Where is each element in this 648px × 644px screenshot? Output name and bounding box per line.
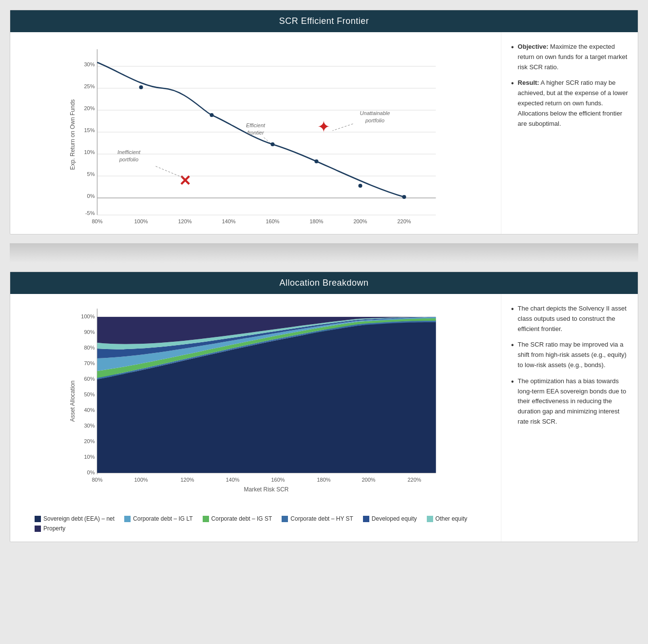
section2-chart-area: Asset Allocation 100% 90% 80% 70% 60% 50…: [10, 294, 501, 542]
curve-point-5: [359, 184, 362, 188]
section1-bullet-2-text: Result: A higher SCR ratio may be achiev…: [518, 78, 628, 129]
xtick-140: 140%: [222, 218, 235, 224]
ytick-25: 25%: [84, 83, 95, 89]
section2-bullet-2: The SCR ratio may be improved via a shif…: [511, 340, 628, 370]
alloc-ytick-90: 90%: [84, 329, 95, 335]
unattainable-arrow: [333, 124, 353, 131]
ytick-5: 5%: [87, 171, 95, 177]
alloc-xtick-100: 100%: [134, 477, 148, 483]
x-axis-label: Market Risk SCR: [244, 227, 288, 227]
ytick-10: 10%: [84, 149, 95, 155]
section1-bullet-1-bold: Objective:: [518, 43, 549, 50]
legend-corp-hyst-box: [282, 516, 288, 522]
legend-corp-igst: Corporate debt – IG ST: [203, 515, 272, 522]
xtick-80: 80%: [92, 218, 102, 224]
legend-sovereign: Sovereign debt (EEA) – net: [35, 515, 114, 522]
section1-chart-svg: Exp. Return on Own Funds 30% 25% 20% 15%…: [15, 42, 496, 227]
inefficient-label-line1: Inefficient: [117, 149, 141, 155]
curve-point-4: [315, 159, 319, 163]
legend-corp-hyst-label: Corporate debt – HY ST: [290, 515, 353, 522]
alloc-ytick-50: 50%: [84, 391, 95, 397]
legend-dev-equity: Developed equity: [363, 515, 417, 522]
legend-property: Property: [35, 525, 65, 532]
curve-point-1: [139, 85, 143, 89]
section2: Allocation Breakdown Asset Allocation 10…: [10, 272, 638, 542]
alloc-ytick-10: 10%: [84, 454, 95, 460]
section1-bullet-list: Objective: Maximize the expected return …: [511, 42, 628, 129]
legend-corp-iglt-label: Corporate debt – IG LT: [133, 515, 193, 522]
section2-bullet-3: The optimization has a bias towards long…: [511, 376, 628, 427]
alloc-ytick-40: 40%: [84, 407, 95, 413]
curve-point-3: [271, 142, 275, 146]
legend-corp-igst-box: [203, 516, 209, 522]
curve-point-2: [210, 113, 214, 117]
legend-dev-equity-label: Developed equity: [372, 515, 417, 522]
ytick-30: 30%: [84, 61, 95, 67]
unattainable-label-line1: Unattainable: [360, 110, 390, 116]
alloc-ytick-30: 30%: [84, 423, 95, 429]
section1-chart-area: Exp. Return on Own Funds 30% 25% 20% 15%…: [10, 32, 501, 234]
xtick-200: 200%: [353, 218, 367, 224]
section2-header: Allocation Breakdown: [10, 272, 638, 294]
divider-band: [10, 243, 638, 263]
ytick-20: 20%: [84, 105, 95, 111]
legend-other-equity: Other equity: [427, 515, 467, 522]
legend-sovereign-label: Sovereign debt (EEA) – net: [43, 515, 114, 522]
unattainable-label-line2: portfolio: [365, 117, 384, 123]
inefficient-label-line2: portfolio: [119, 156, 138, 162]
alloc-ytick-60: 60%: [84, 376, 95, 382]
legend-corp-hyst: Corporate debt – HY ST: [282, 515, 353, 522]
section2-info: The chart depicts the Solvency II asset …: [501, 294, 638, 542]
alloc-ytick-0: 0%: [87, 469, 95, 475]
alloc-x-axis-label: Market Risk SCR: [244, 486, 288, 493]
section2-bullet-2-text: The SCR ratio may be improved via a shif…: [518, 340, 628, 370]
xtick-180: 180%: [309, 218, 323, 224]
alloc-ytick-70: 70%: [84, 360, 95, 366]
legend-corp-iglt: Corporate debt – IG LT: [124, 515, 193, 522]
y-axis-label: Exp. Return on Own Funds: [69, 99, 76, 170]
inefficient-marker: ✕: [179, 173, 191, 189]
section2-chart-svg: Asset Allocation 100% 90% 80% 70% 60% 50…: [15, 304, 496, 508]
section1-info: Objective: Maximize the expected return …: [501, 32, 638, 234]
alloc-y-label: Asset Allocation: [69, 381, 76, 422]
legend-dev-equity-box: [363, 516, 369, 522]
section2-bullet-1: The chart depicts the Solvency II asset …: [511, 304, 628, 334]
alloc-xtick-220: 220%: [407, 477, 421, 483]
alloc-ytick-100: 100%: [81, 313, 95, 319]
xtick-160: 160%: [266, 218, 279, 224]
efficient-label-line1: Efficient: [246, 122, 266, 128]
curve-point-6: [402, 195, 406, 199]
section1-bullet-1: Objective: Maximize the expected return …: [511, 42, 628, 72]
ytick-neg5: -5%: [85, 210, 95, 216]
alloc-ytick-20: 20%: [84, 438, 95, 444]
ytick-15: 15%: [84, 127, 95, 133]
alloc-xtick-140: 140%: [226, 477, 239, 483]
section2-bullet-list: The chart depicts the Solvency II asset …: [511, 304, 628, 427]
legend-corp-iglt-box: [124, 516, 131, 522]
legend-other-equity-label: Other equity: [436, 515, 467, 522]
ytick-0: 0%: [87, 193, 95, 199]
section1: SCR Efficient Frontier Exp. Return on Ow…: [10, 10, 638, 234]
section1-header: SCR Efficient Frontier: [10, 10, 638, 32]
legend-area: Sovereign debt (EEA) – net Corporate deb…: [15, 510, 496, 537]
section2-bullet-3-text: The optimization has a bias towards long…: [518, 376, 628, 427]
alloc-xtick-80: 80%: [92, 477, 102, 483]
legend-property-label: Property: [43, 525, 65, 532]
section1-bullet-2: Result: A higher SCR ratio may be achiev…: [511, 78, 628, 129]
legend-corp-igst-label: Corporate debt – IG ST: [211, 515, 272, 522]
alloc-xtick-200: 200%: [362, 477, 375, 483]
alloc-xtick-120: 120%: [180, 477, 194, 483]
section1-bullet-2-bold: Result:: [518, 79, 539, 86]
alloc-xtick-160: 160%: [271, 477, 285, 483]
section1-bullet-1-text: Objective: Maximize the expected return …: [518, 42, 628, 72]
legend-other-equity-box: [427, 516, 433, 522]
alloc-ytick-80: 80%: [84, 345, 95, 351]
legend-sovereign-box: [35, 516, 41, 522]
xtick-120: 120%: [178, 218, 191, 224]
section2-body: Asset Allocation 100% 90% 80% 70% 60% 50…: [10, 294, 638, 542]
xtick-220: 220%: [397, 218, 411, 224]
unattainable-marker: ✦: [317, 118, 330, 136]
section1-body: Exp. Return on Own Funds 30% 25% 20% 15%…: [10, 32, 638, 234]
efficient-label-line2: frontier: [247, 130, 265, 136]
xtick-100: 100%: [134, 218, 148, 224]
